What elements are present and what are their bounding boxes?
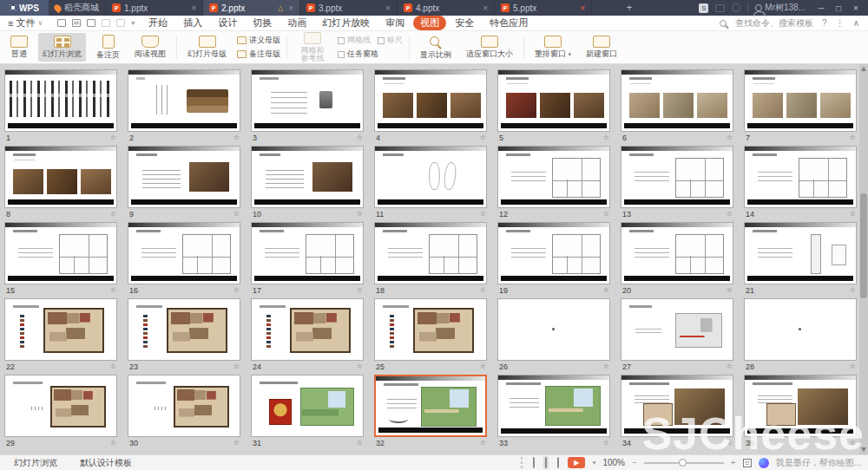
design-template-label[interactable]: 默认设计模板 [80, 457, 132, 469]
maximize-button[interactable]: □ [830, 3, 847, 13]
menu-home[interactable]: 开始 [141, 16, 174, 30]
zoom-in-button[interactable]: + [731, 458, 736, 467]
slide-thumbnail-14[interactable] [744, 146, 857, 208]
menu-insert[interactable]: 插入 [176, 16, 209, 30]
slide-thumbnail-34[interactable] [621, 375, 733, 437]
slide-sorter-button[interactable]: 幻灯片浏览 [38, 33, 86, 61]
tab-close-icon[interactable]: × [385, 3, 391, 13]
slide-thumbnail-20[interactable] [621, 222, 733, 284]
menu-security[interactable]: 安全 [448, 16, 481, 30]
file-menu-button[interactable]: ≡ 文件 ∨ [0, 16, 50, 29]
slide-thumbnail-7[interactable] [744, 69, 857, 132]
new-tab-button[interactable]: + [618, 0, 641, 16]
slide-thumbnail-10[interactable] [251, 146, 364, 208]
history-icon[interactable] [732, 3, 740, 12]
menu-slideshow[interactable]: 幻灯片放映 [315, 16, 377, 30]
slide-thumbnail-2[interactable] [128, 69, 240, 132]
slide-thumbnail-27[interactable] [621, 298, 733, 361]
tab-close-icon[interactable]: × [191, 3, 196, 13]
more-icon[interactable]: ⋮ [836, 18, 845, 28]
slide-thumbnail-26[interactable] [497, 298, 610, 361]
slide-thumbnail-15[interactable] [4, 222, 117, 284]
print-icon[interactable] [72, 19, 81, 27]
tab-doc-3[interactable]: P 3.pptx × [300, 0, 398, 16]
slide-thumbnail-33[interactable] [497, 375, 610, 437]
menu-review[interactable]: 审阅 [378, 16, 411, 30]
wps-logo[interactable]: WPS [0, 0, 49, 16]
menu-view-active[interactable]: 视图 [413, 16, 446, 30]
print-preview-icon[interactable] [87, 19, 95, 27]
slide-thumbnail-12[interactable] [497, 146, 610, 208]
menu-special-apps[interactable]: 特色应用 [483, 16, 535, 30]
slide-thumbnail-35[interactable] [744, 375, 857, 437]
fit-slide-icon[interactable] [743, 459, 752, 467]
slide-thumbnail-22[interactable] [4, 298, 117, 361]
slide-thumbnail-28[interactable] [744, 298, 857, 361]
slide-thumbnail-18[interactable] [374, 222, 487, 284]
slide-master-button[interactable]: 幻灯片母版 [183, 33, 231, 61]
menu-design[interactable]: 设计 [211, 16, 244, 30]
tab-close-icon[interactable]: × [580, 3, 585, 13]
collapse-ribbon-icon[interactable]: ∧ [853, 18, 859, 28]
tab-close-icon[interactable]: × [288, 3, 293, 13]
search-icon[interactable] [720, 20, 727, 27]
menu-transitions[interactable]: 切换 [246, 16, 279, 30]
tab-close-icon[interactable]: × [483, 3, 488, 13]
zoom-slider[interactable] [644, 462, 724, 464]
new-window-button[interactable]: 新建窗口 [582, 33, 621, 61]
slide-thumbnail-32[interactable] [374, 375, 487, 437]
ai-assistant-label[interactable]: 我是墨仔，帮你绘图... [776, 457, 861, 469]
slide-thumbnail-29[interactable] [4, 375, 117, 437]
scroll-down-icon[interactable] [861, 447, 866, 452]
zoom-button[interactable]: 显示比例 [416, 33, 456, 62]
slideshow-play-button[interactable]: ▶ [568, 457, 585, 468]
slide-thumbnail-5[interactable] [497, 69, 610, 132]
slide-thumbnail-8[interactable] [4, 146, 117, 208]
qat-dropdown-icon[interactable]: ▾ [131, 19, 135, 27]
slide-thumbnail-30[interactable] [128, 375, 240, 437]
slide-thumbnail-4[interactable] [374, 69, 487, 132]
reading-view-button[interactable]: 阅读视图 [130, 33, 170, 61]
statusbar-sorter-view-button[interactable] [543, 456, 549, 469]
zoom-percent[interactable]: 100% [602, 458, 625, 467]
slide-thumbnail-13[interactable] [621, 146, 733, 208]
handout-master-button[interactable]: 讲义母版 [237, 35, 280, 46]
fit-window-button[interactable]: 适应窗口大小 [462, 33, 517, 61]
tab-doc-2-active[interactable]: P 2.pptx △ × [203, 0, 300, 16]
normal-view-button[interactable]: 普通 [6, 33, 32, 61]
tab-docer-mall[interactable]: 稻壳商城 [49, 0, 106, 16]
slide-thumbnail-21[interactable] [744, 222, 857, 284]
slide-thumbnail-23[interactable] [128, 298, 240, 361]
tab-doc-1[interactable]: P 1.pptx × [106, 0, 203, 16]
slide-thumbnail-6[interactable] [621, 69, 733, 132]
arrange-windows-button[interactable]: 重排窗口 ▾ [530, 33, 575, 61]
zoom-slider-knob[interactable] [679, 459, 687, 467]
apps-badge-icon[interactable]: S [699, 3, 708, 13]
statusbar-reading-view-button[interactable] [556, 456, 561, 469]
scroll-up-icon[interactable] [861, 67, 866, 71]
close-button[interactable]: × [847, 3, 865, 13]
slide-thumbnail-19[interactable] [497, 222, 610, 284]
help-icon[interactable]: ? [822, 18, 827, 28]
ai-assistant-icon[interactable] [759, 458, 769, 468]
task-pane-checkbox[interactable]: 任务窗格 [338, 49, 403, 60]
slide-thumbnail-31[interactable] [251, 375, 364, 437]
zoom-out-button[interactable]: − [632, 458, 637, 467]
save-icon[interactable] [57, 19, 66, 27]
slide-thumbnail-25[interactable] [374, 298, 487, 361]
play-options-icon[interactable]: ▾ [592, 459, 595, 467]
slide-thumbnail-17[interactable] [251, 222, 364, 284]
command-search-input[interactable]: 查找命令、搜索模板 [735, 17, 813, 29]
tab-doc-4[interactable]: P 4.pptx × [398, 0, 495, 16]
statusbar-normal-view-button[interactable] [531, 456, 536, 469]
account-button[interactable]: Mr树138... [755, 2, 806, 14]
minimize-button[interactable]: ─ [812, 3, 830, 13]
slide-thumbnail-1[interactable] [4, 69, 117, 132]
notes-page-button[interactable]: 备注页 [92, 32, 124, 62]
share-icon[interactable] [715, 4, 725, 12]
slide-thumbnail-16[interactable] [128, 222, 240, 284]
notes-master-button[interactable]: 备注母版 [237, 49, 280, 60]
vertical-scrollbar[interactable] [859, 64, 868, 454]
scrollbar-thumb[interactable] [860, 193, 867, 299]
tab-doc-5[interactable]: P 5.pptx × [495, 0, 592, 16]
